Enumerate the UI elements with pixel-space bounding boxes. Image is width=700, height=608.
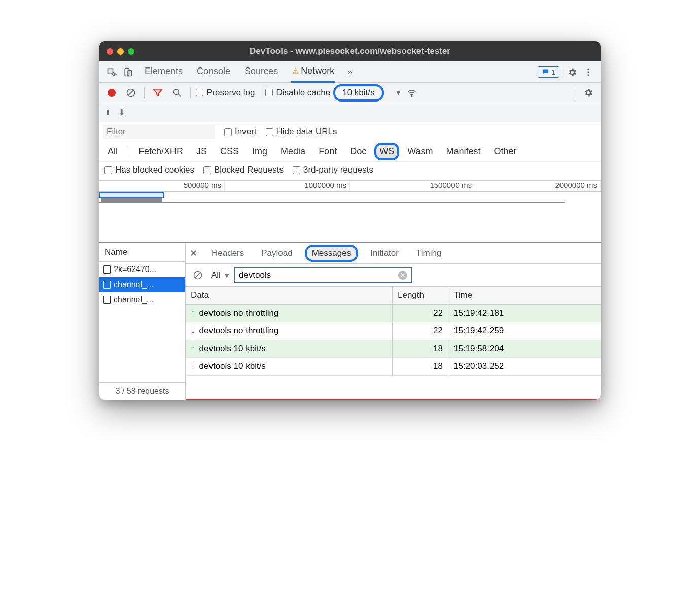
col-length-header[interactable]: Length: [393, 287, 448, 304]
messages-table-header: Data Length Time: [186, 287, 601, 305]
kebab-menu-icon[interactable]: [580, 64, 597, 80]
type-filter-js[interactable]: JS: [193, 145, 210, 158]
svg-line-7: [128, 90, 134, 96]
zoom-window-button[interactable]: [128, 48, 134, 55]
type-filter-media[interactable]: Media: [277, 145, 308, 158]
timeline-overview[interactable]: 500000 ms 1000000 ms 1500000 ms 2000000 …: [99, 181, 601, 243]
separator: [260, 87, 260, 98]
detail-tabs: ✕ Headers Payload Messages Initiator Tim…: [186, 243, 601, 264]
type-filter-all[interactable]: All: [104, 145, 121, 158]
throttle-caret-icon[interactable]: ▾: [396, 87, 401, 98]
blocked-requests-checkbox[interactable]: Blocked Requests: [203, 165, 284, 175]
col-time-header[interactable]: Time: [448, 287, 601, 304]
message-length: 22: [393, 305, 448, 322]
timeline-selection[interactable]: [99, 192, 164, 198]
type-filter-doc[interactable]: Doc: [347, 145, 369, 158]
issues-count: 1: [551, 68, 555, 76]
detail-pane: ✕ Headers Payload Messages Initiator Tim…: [186, 243, 601, 400]
disable-cache-checkbox[interactable]: Disable cache: [265, 88, 330, 98]
close-window-button[interactable]: [107, 48, 113, 55]
separator: [190, 87, 191, 98]
message-row[interactable]: ↑devtools 10 kbit/s1815:19:58.204: [186, 340, 601, 358]
message-time: 15:19:58.204: [448, 340, 601, 357]
issues-badge[interactable]: 1: [538, 66, 559, 78]
message-row[interactable]: ↓devtools 10 kbit/s1815:20:03.252: [186, 358, 601, 376]
filter-input[interactable]: [103, 125, 215, 139]
filter-funnel-icon[interactable]: [150, 85, 166, 101]
file-icon: [103, 281, 111, 289]
type-filter-img[interactable]: Img: [249, 145, 270, 158]
messages-table: Data Length Time ↑devtools no throttling…: [186, 287, 601, 400]
col-data-header[interactable]: Data: [186, 287, 393, 304]
file-icon: [103, 296, 111, 304]
window-title: DevTools - www.piesocket.com/websocket-t…: [99, 46, 601, 56]
type-filter-manifest[interactable]: Manifest: [443, 145, 484, 158]
tab-elements[interactable]: Elements: [144, 62, 184, 82]
request-row[interactable]: channel_...: [99, 292, 185, 308]
svg-point-5: [587, 74, 589, 76]
detail-tab-timing[interactable]: Timing: [413, 246, 444, 260]
type-filter-other[interactable]: Other: [491, 145, 520, 158]
throttle-dropdown[interactable]: 10 kbit/s: [333, 84, 383, 102]
record-button[interactable]: [103, 85, 120, 101]
clear-search-icon[interactable]: ✕: [398, 271, 407, 280]
type-filter-fetch[interactable]: Fetch/XHR: [135, 145, 186, 158]
tab-network[interactable]: Network: [291, 61, 335, 83]
network-toolbar: Preserve log Disable cache 10 kbit/s ▾: [99, 83, 601, 103]
type-filters: All Fetch/XHR JS CSS Img Media Font Doc …: [99, 142, 601, 162]
device-toggle-icon[interactable]: [120, 64, 136, 80]
timeline-label: 500000 ms: [99, 181, 225, 191]
clear-messages-icon[interactable]: [190, 267, 206, 283]
settings-gear-icon[interactable]: [564, 64, 580, 80]
timeline-body[interactable]: [99, 192, 601, 243]
request-row[interactable]: channel_...: [99, 277, 185, 292]
filter-bar: Invert Hide data URLs: [99, 122, 601, 142]
hide-data-urls-checkbox[interactable]: Hide data URLs: [266, 127, 337, 137]
requests-name-column: Name ?k=62470... channel_... channel_...…: [99, 243, 186, 400]
timeline-label: 2000000 ms: [475, 181, 601, 191]
direction-arrow-icon: ↑: [191, 344, 195, 354]
wifi-icon[interactable]: [404, 85, 420, 101]
type-filter-font[interactable]: Font: [316, 145, 340, 158]
svg-line-9: [179, 94, 181, 96]
messages-type-dropdown[interactable]: All ▾: [211, 270, 229, 281]
message-row[interactable]: ↓devtools no throttling2215:19:42.259: [186, 322, 601, 340]
search-icon[interactable]: [169, 85, 185, 101]
minimize-window-button[interactable]: [117, 48, 124, 55]
inspect-icon[interactable]: [103, 64, 120, 80]
detail-tab-headers[interactable]: Headers: [208, 246, 247, 260]
name-column-header[interactable]: Name: [99, 243, 185, 262]
preserve-log-checkbox[interactable]: Preserve log: [196, 88, 255, 98]
devtools-window: DevTools - www.piesocket.com/websocket-t…: [99, 41, 601, 400]
message-length: 22: [393, 322, 448, 340]
more-tabs-chevron-icon[interactable]: »: [347, 67, 352, 77]
detail-tab-payload[interactable]: Payload: [258, 246, 295, 260]
network-settings-gear-icon[interactable]: [580, 85, 597, 101]
detail-tab-messages[interactable]: Messages: [307, 247, 356, 260]
request-row[interactable]: ?k=62470...: [99, 262, 185, 277]
type-filter-css[interactable]: CSS: [217, 145, 242, 158]
third-party-checkbox[interactable]: 3rd-party requests: [293, 165, 373, 175]
import-har-icon[interactable]: ⬆: [104, 108, 111, 117]
invert-checkbox[interactable]: Invert: [224, 127, 257, 137]
tab-sources[interactable]: Sources: [243, 62, 279, 82]
detail-tab-initiator[interactable]: Initiator: [367, 246, 402, 260]
clear-icon[interactable]: [123, 85, 139, 101]
blocked-cookies-checkbox[interactable]: Has blocked cookies: [104, 165, 194, 175]
svg-rect-2: [128, 70, 132, 76]
type-filter-wasm[interactable]: Wasm: [404, 145, 436, 158]
message-row[interactable]: ↑devtools no throttling2215:19:42.181: [186, 305, 601, 322]
message-time: 15:19:42.259: [448, 322, 601, 340]
messages-search-field[interactable]: [239, 270, 398, 280]
requests-summary: 3 / 58 requests: [99, 382, 185, 400]
tab-console[interactable]: Console: [196, 62, 231, 82]
message-text: devtools 10 kbit/s: [199, 344, 266, 354]
export-har-icon[interactable]: ⬇: [118, 108, 125, 117]
main-split: Name ?k=62470... channel_... channel_...…: [99, 243, 601, 400]
messages-search-input[interactable]: ✕: [234, 267, 412, 283]
type-filter-ws[interactable]: WS: [376, 145, 397, 158]
close-detail-icon[interactable]: ✕: [190, 248, 197, 259]
timeline-baseline: [99, 202, 565, 203]
file-icon: [103, 265, 111, 274]
separator: [575, 87, 575, 98]
